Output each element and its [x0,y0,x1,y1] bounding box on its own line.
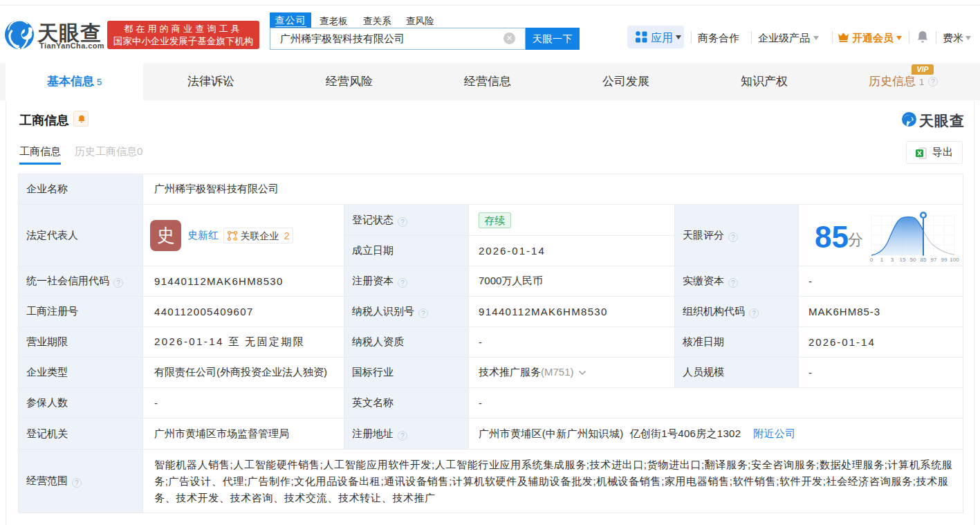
svg-text:1: 1 [880,257,884,263]
svg-text:0: 0 [870,257,873,263]
svg-text:100: 100 [950,257,959,263]
svg-text:企: 企 [232,235,238,241]
svg-text:3: 3 [891,257,894,263]
svg-text:99: 99 [941,257,947,263]
svg-text:50: 50 [910,257,916,263]
svg-text:15: 15 [900,257,906,263]
svg-text:85: 85 [921,257,927,263]
svg-text:97: 97 [931,257,937,263]
